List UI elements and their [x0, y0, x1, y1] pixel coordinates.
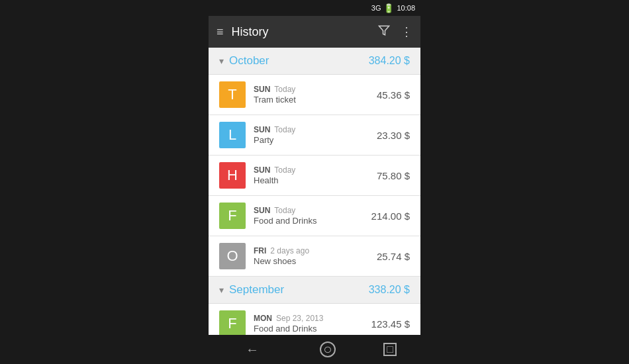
item-day: MON: [254, 314, 272, 323]
list-item[interactable]: F SUN Today Food and Drinks 214.00 $: [209, 196, 420, 236]
toolbar-actions: ⋮: [378, 24, 412, 40]
chevron-down-icon: ▾: [219, 285, 224, 295]
avatar: F: [219, 203, 246, 229]
item-day: SUN: [254, 206, 270, 215]
item-info: SUN Today Party: [254, 125, 369, 145]
item-category: Tram ticket: [254, 95, 369, 105]
home-button[interactable]: ○: [320, 341, 336, 357]
list-item[interactable]: O FRI 2 days ago New shoes 25.74 $: [209, 236, 420, 277]
month-name: October: [229, 54, 369, 68]
list-item[interactable]: T SUN Today Tram ticket 45.36 $: [209, 75, 420, 115]
item-date: Today: [274, 165, 295, 175]
item-category: Party: [254, 135, 369, 145]
filter-icon[interactable]: [378, 24, 390, 40]
item-category: New shoes: [254, 256, 369, 266]
month-name: September: [229, 283, 369, 296]
nav-bar: ← ○ □: [209, 335, 420, 364]
month-header-september[interactable]: ▾ September 338.20 $: [209, 277, 420, 304]
item-amount: 123.45 $: [371, 318, 410, 330]
toolbar: ≡ History ⋮: [209, 16, 420, 48]
item-amount: 45.36 $: [377, 89, 410, 101]
item-category: Food and Drinks: [254, 216, 363, 226]
item-info: MON Sep 23, 2013 Food and Drinks: [254, 314, 363, 334]
list-item[interactable]: H SUN Today Health 75.80 $: [209, 156, 420, 196]
item-date: Today: [274, 125, 295, 134]
page-title: History: [232, 25, 378, 39]
item-amount: 214.00 $: [371, 210, 410, 222]
item-date: Today: [274, 85, 295, 94]
item-info: SUN Today Tram ticket: [254, 85, 369, 105]
status-bar: 3G 🔋 10:08: [209, 0, 420, 16]
item-info: SUN Today Health: [254, 165, 369, 185]
back-button[interactable]: ←: [232, 337, 272, 363]
item-amount: 23.30 $: [377, 130, 410, 141]
item-amount: 25.74 $: [377, 251, 410, 262]
avatar: L: [219, 122, 246, 148]
item-category: Health: [254, 175, 369, 185]
list-item[interactable]: L SUN Today Party 23.30 $: [209, 115, 420, 156]
item-category: Food and Drinks: [254, 324, 363, 334]
avatar: T: [219, 81, 246, 108]
item-day: SUN: [254, 125, 270, 134]
item-day: SUN: [254, 165, 270, 175]
content-area: ▾ October 384.20 $ T SUN Today Tram tick…: [209, 48, 420, 335]
time-display: 10:08: [397, 4, 415, 12]
month-header-october[interactable]: ▾ October 384.20 $: [209, 48, 420, 75]
item-day: SUN: [254, 85, 270, 94]
item-date: 2 days ago: [270, 246, 309, 255]
month-total: 384.20 $: [369, 55, 410, 67]
item-amount: 75.80 $: [377, 170, 410, 181]
item-date: Today: [274, 206, 295, 215]
recents-button[interactable]: □: [383, 343, 397, 356]
menu-icon[interactable]: ≡: [217, 25, 224, 39]
chevron-down-icon: ▾: [219, 56, 224, 66]
item-day: FRI: [254, 246, 266, 255]
item-info: FRI 2 days ago New shoes: [254, 246, 369, 266]
svg-marker-0: [379, 26, 389, 35]
list-item[interactable]: F MON Sep 23, 2013 Food and Drinks 123.4…: [209, 304, 420, 335]
more-icon[interactable]: ⋮: [401, 24, 412, 39]
avatar: O: [219, 243, 246, 269]
month-total: 338.20 $: [369, 284, 410, 296]
battery-icon: 🔋: [383, 3, 394, 13]
signal-icon: 3G: [371, 4, 381, 12]
avatar: F: [219, 310, 246, 335]
phone-container: 3G 🔋 10:08 ≡ History ⋮ ▾ October 384.20 …: [209, 0, 420, 364]
avatar: H: [219, 162, 246, 189]
item-date: Sep 23, 2013: [276, 314, 323, 323]
item-info: SUN Today Food and Drinks: [254, 206, 363, 226]
